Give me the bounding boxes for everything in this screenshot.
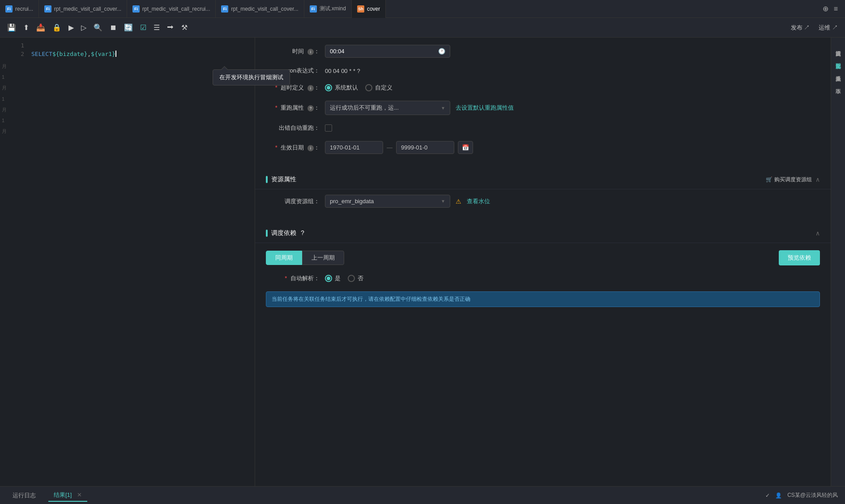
- tab-recrui[interactable]: Fi recrui...: [0, 0, 39, 18]
- resource-buy-label: 购买调度资源组: [774, 176, 812, 184]
- resource-group-value: pro_emr_bigdata: [330, 198, 374, 205]
- code-line-2: 2 SELECT ${bizdate} , ${var1}: [13, 50, 255, 58]
- resource-group-select[interactable]: pro_emr_bigdata ▼: [325, 195, 450, 208]
- timeout-system-radio-circle: [325, 84, 332, 91]
- tooltip-text: 在开发环境执行冒烟测试: [219, 74, 283, 81]
- timeout-row: * 超时定义 i： 系统默认 自定义: [266, 84, 820, 92]
- step-button[interactable]: ▷: [81, 23, 86, 32]
- dependency-form-section: 同周期 上一周期 预览依赖 * 自动解析：: [255, 243, 831, 314]
- dep-info-icon[interactable]: ?: [301, 229, 304, 236]
- dep-section-title: 调度依赖 ?: [271, 229, 812, 237]
- sidebar-version[interactable]: 版本: [832, 79, 844, 90]
- sidebar-advanced[interactable]: 高级设置: [832, 41, 844, 52]
- auto-parse-yes-radio[interactable]: 是: [325, 274, 341, 282]
- sidebar-lineage[interactable]: 血缘关系: [832, 66, 844, 77]
- search-button[interactable]: 🔍: [94, 23, 102, 32]
- toolbar: 💾 ⬆ 📥 🔒 ▶ ▷ 🔍 ⏹ 🔄 ☑ ☰ ⮕ ⚒ 发布 ↗ 运维 ↗: [0, 18, 845, 38]
- tab-overflow-button[interactable]: ⊕: [823, 4, 828, 13]
- tab-icon-sh: Sh: [357, 5, 364, 13]
- auto-retry-checkbox[interactable]: [325, 124, 332, 132]
- bottom-tab-log[interactable]: 运行日志: [7, 490, 41, 501]
- dep-tab-same-period[interactable]: 同周期: [266, 251, 302, 265]
- upload-button[interactable]: ⬆: [23, 23, 29, 32]
- dep-tab-prev-period[interactable]: 上一周期: [302, 251, 344, 265]
- stop-button[interactable]: ⏹: [110, 24, 117, 32]
- tab-bar: Fi recrui... Fi rpt_medic_visit_call_cov…: [0, 0, 845, 18]
- date-calendar-button[interactable]: 📅: [458, 141, 473, 154]
- section-bar: [266, 176, 268, 183]
- tab-cover2[interactable]: Fi rpt_medic_visit_call_cover...: [216, 0, 304, 18]
- timeout-custom-radio[interactable]: 自定义: [365, 84, 393, 92]
- time-row: 时间 i： 00:04 🕐: [266, 45, 820, 58]
- time-input[interactable]: 00:04 🕐: [325, 45, 450, 58]
- resource-group-row: 调度资源组： pro_emr_bigdata ▼ ⚠ 查看水位: [266, 195, 820, 208]
- refresh-button[interactable]: 🔄: [124, 23, 133, 32]
- effective-date-info-icon[interactable]: i: [307, 145, 314, 151]
- date-start-input[interactable]: 1970-01-01: [325, 141, 383, 154]
- resource-section-header: 资源属性 🛒 购买调度资源组 ∧: [255, 170, 831, 189]
- export-button[interactable]: ⮕: [167, 24, 174, 32]
- dep-collapse-button[interactable]: ∧: [815, 230, 820, 237]
- preview-dep-button[interactable]: 预览依赖: [779, 250, 820, 265]
- tab-xmind[interactable]: Fi 测试.xmind: [304, 0, 352, 18]
- publish-label: 发布 ↗: [791, 24, 810, 31]
- resource-form-section: 调度资源组： pro_emr_bigdata ▼ ⚠ 查看水位: [255, 189, 831, 224]
- resource-buy-button[interactable]: 🛒 购买调度资源组: [766, 176, 812, 184]
- publish-button[interactable]: 发布 ↗: [791, 24, 810, 32]
- auto-parse-no-radio[interactable]: 否: [348, 274, 363, 282]
- retry-value: 运行成功后不可重跑，运...: [330, 104, 399, 112]
- tab-cover1[interactable]: Fi rpt_medic_visit_call_cover...: [39, 0, 127, 18]
- retry-label: * 重跑属性 ?：: [266, 104, 320, 112]
- result-tab-close[interactable]: ✕: [77, 491, 82, 498]
- save-button[interactable]: 💾: [7, 23, 16, 32]
- code-content[interactable]: 1 2 SELECT ${bizdate} , ${var1}: [13, 38, 255, 62]
- resource-group-arrow: ▼: [441, 199, 445, 204]
- tab-actions: ⊕ ≡: [823, 4, 845, 13]
- tab-label-xmind: 测试.xmind: [320, 5, 346, 13]
- effective-date-label: * 生效日期 i：: [266, 144, 320, 152]
- bottom-tab-result[interactable]: 结果[1] ✕: [48, 489, 87, 502]
- retry-select-arrow: ▼: [441, 106, 445, 111]
- tab-label-recrui: recrui...: [15, 6, 33, 12]
- tab-icon-fi2: Fi: [44, 5, 51, 13]
- sidebar-schedule[interactable]: 调度配置: [832, 54, 844, 64]
- resource-collapse-button[interactable]: ∧: [815, 176, 820, 183]
- lock-button[interactable]: 🔒: [52, 23, 61, 32]
- tab-cover-active[interactable]: Sh cover: [352, 0, 386, 18]
- date-end-input[interactable]: 9999-01-0: [396, 141, 454, 154]
- tooltip-popup: 在开发环境执行冒烟测试: [213, 69, 290, 85]
- resource-group-control: pro_emr_bigdata ▼ ⚠ 查看水位: [325, 195, 820, 208]
- tab-label-cover2: rpt_medic_visit_call_cover...: [231, 6, 298, 12]
- retry-info-icon[interactable]: ?: [307, 105, 314, 111]
- timeout-system-radio[interactable]: 系统默认: [325, 84, 358, 92]
- auto-parse-label: * 自动解析：: [266, 274, 320, 282]
- bottom-user-text: CS某@云淡风轻的风: [787, 491, 838, 499]
- bottom-check-icon: ✓: [765, 492, 770, 499]
- retry-link[interactable]: 去设置默认重跑属性值: [456, 104, 514, 112]
- download-button[interactable]: 📥: [36, 23, 45, 32]
- cron-row: cron表达式： 00 04 00 * * ?: [266, 67, 820, 75]
- auto-retry-row: 出错自动重跑：: [266, 124, 820, 132]
- tab-menu-button[interactable]: ≡: [834, 5, 838, 13]
- cron-value-display: 00 04 00 * * ?: [325, 68, 820, 74]
- run-button[interactable]: ▶: [68, 23, 74, 32]
- tab-icon-fi: Fi: [5, 5, 13, 13]
- tools-button[interactable]: ⚒: [181, 23, 188, 32]
- cron-value: 00 04 00 * * ?: [325, 68, 360, 74]
- resource-water-link[interactable]: 查看水位: [467, 197, 490, 205]
- time-info-icon[interactable]: i: [307, 49, 314, 55]
- auto-parse-row: * 自动解析： 是 否: [266, 274, 820, 282]
- timeout-info-icon[interactable]: i: [307, 85, 314, 91]
- list-button[interactable]: ☰: [154, 23, 160, 32]
- auto-parse-yes-label: 是: [335, 274, 341, 282]
- retry-select[interactable]: 运行成功后不可重跑，运... ▼: [325, 101, 450, 115]
- auto-retry-control: [325, 124, 820, 132]
- bottom-user-icon: 👤: [775, 492, 782, 499]
- tab-recrui2[interactable]: Fi rpt_medic_visit_call_recrui...: [127, 0, 216, 18]
- right-panel: 时间 i： 00:04 🕐 cron表达式： 00 04 00 * * ?: [255, 38, 831, 486]
- dep-section-bar: [266, 230, 268, 237]
- auto-parse-no-label: 否: [358, 274, 363, 282]
- maintain-button[interactable]: 运维 ↗: [819, 24, 838, 32]
- check-button[interactable]: ☑: [140, 23, 146, 32]
- dep-info-bar: 当前任务将在关联任务结束后才可执行，请在依赖配置中仔细检查依赖关系是否正确: [266, 291, 820, 307]
